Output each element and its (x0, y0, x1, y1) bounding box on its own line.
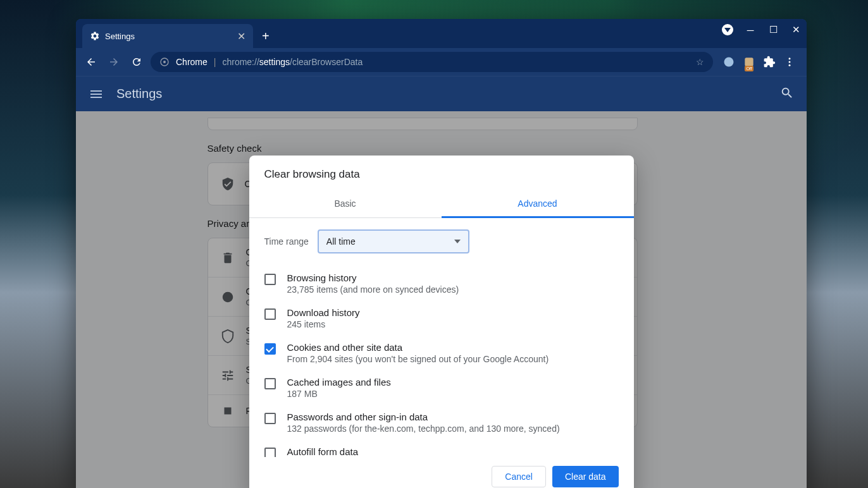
search-icon[interactable] (780, 86, 794, 102)
checkbox-title: Cookies and other site data (287, 342, 619, 353)
tab-basic[interactable]: Basic (249, 191, 442, 217)
extension-icon-1[interactable] (722, 55, 736, 69)
forward-button[interactable] (105, 53, 123, 71)
checkbox-row-2[interactable]: Cookies and other site dataFrom 2,904 si… (264, 336, 619, 370)
tab-bar: Settings ✕ + ─ ☐ ✕ (76, 19, 807, 48)
checkbox-subtitle: 23,785 items (and more on synced devices… (287, 284, 619, 295)
settings-header: Settings (76, 76, 807, 111)
svg-point-1 (163, 61, 166, 63)
url-separator: | (214, 57, 216, 67)
new-tab-button[interactable]: + (253, 24, 278, 48)
profile-icon[interactable] (722, 24, 733, 35)
hamburger-icon[interactable] (89, 87, 104, 102)
extension-icons: Off (718, 55, 800, 69)
checkbox[interactable] (264, 274, 276, 285)
reload-button[interactable] (128, 53, 146, 71)
content-area: Safety check Chro eck now Privacy and s … (76, 111, 807, 488)
noscript-icon[interactable]: Off (742, 55, 756, 69)
menu-dots-icon[interactable] (783, 55, 797, 69)
time-range-row: Time range All time (249, 218, 634, 261)
window-controls: ─ ☐ ✕ (722, 24, 802, 35)
time-range-value: All time (326, 236, 356, 247)
dialog-title: Clear browsing data (249, 156, 634, 191)
bookmark-star-icon[interactable]: ☆ (696, 57, 704, 67)
clear-browsing-data-dialog: Clear browsing data Basic Advanced Time … (249, 156, 634, 488)
svg-point-4 (789, 58, 791, 59)
checkbox-subtitle: From 2,904 sites (you won't be signed ou… (287, 354, 619, 364)
checkbox[interactable] (264, 413, 276, 424)
svg-point-2 (724, 58, 734, 67)
checkbox-subtitle: 245 items (287, 319, 619, 329)
extensions-puzzle-icon[interactable] (762, 55, 776, 69)
close-icon[interactable]: ✕ (237, 30, 245, 42)
tab-title: Settings (105, 32, 232, 41)
checkbox-row-0[interactable]: Browsing history23,785 items (and more o… (264, 266, 619, 301)
checkbox-title: Passwords and other sign-in data (287, 412, 619, 422)
checkbox-subtitle: 132 passwords (for the-ken.com, techpp.c… (287, 424, 619, 434)
tab-settings[interactable]: Settings ✕ (82, 24, 253, 48)
time-range-select[interactable]: All time (318, 229, 469, 253)
gear-icon (90, 31, 100, 41)
minimize-icon[interactable]: ─ (745, 25, 756, 35)
checkbox[interactable] (264, 378, 276, 389)
cancel-button[interactable]: Cancel (492, 466, 546, 487)
checkbox-title: Browsing history (287, 272, 619, 283)
checkbox-row-1[interactable]: Download history245 items (264, 301, 619, 336)
checkbox-row-4[interactable]: Passwords and other sign-in data132 pass… (264, 405, 619, 440)
svg-point-6 (789, 64, 791, 66)
url-text: chrome://settings/clearBrowserData (222, 57, 363, 67)
checkbox-list: Browsing history23,785 items (and more o… (249, 261, 634, 457)
address-bar: Chrome | chrome://settings/clearBrowserD… (76, 48, 807, 76)
url-chrome-label: Chrome (176, 57, 208, 67)
checkbox-title: Autofill form data (287, 446, 619, 457)
back-button[interactable] (82, 53, 100, 71)
checkbox-row-5[interactable]: Autofill form data (264, 440, 619, 457)
checkbox[interactable] (264, 343, 276, 355)
address-input[interactable]: Chrome | chrome://settings/clearBrowserD… (151, 52, 713, 72)
dialog-actions: Cancel Clear data (249, 457, 634, 488)
page-title: Settings (116, 87, 162, 101)
dialog-tabs: Basic Advanced (249, 191, 634, 218)
svg-rect-3 (745, 58, 753, 66)
tab-advanced[interactable]: Advanced (442, 191, 634, 218)
checkbox-title: Download history (287, 307, 619, 318)
checkbox-row-3[interactable]: Cached images and files187 MB (264, 370, 619, 405)
clear-data-button[interactable]: Clear data (552, 466, 619, 487)
checkbox[interactable] (264, 308, 276, 320)
browser-window: Settings ✕ + ─ ☐ ✕ Chrome | chrome://set… (76, 19, 807, 488)
chrome-icon (159, 57, 170, 67)
chevron-down-icon (454, 240, 461, 243)
time-range-label: Time range (264, 236, 309, 247)
checkbox[interactable] (264, 448, 276, 457)
svg-point-5 (789, 61, 791, 63)
close-window-icon[interactable]: ✕ (790, 24, 802, 35)
checkbox-title: Cached images and files (287, 377, 619, 387)
maximize-icon[interactable]: ☐ (767, 24, 779, 35)
checkbox-subtitle: 187 MB (287, 389, 619, 399)
modal-overlay: Clear browsing data Basic Advanced Time … (76, 111, 807, 488)
